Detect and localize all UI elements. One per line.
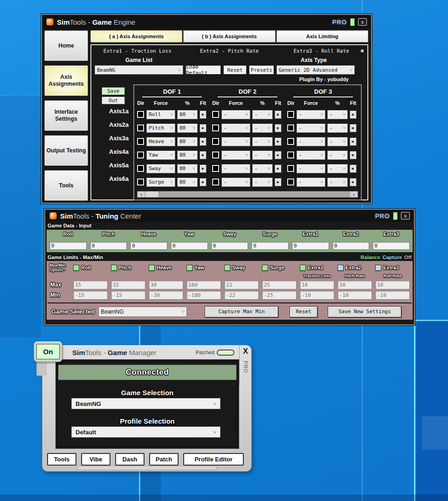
dir-checkbox[interactable]: [212, 138, 219, 145]
dir-checkbox[interactable]: [212, 111, 219, 118]
max-input[interactable]: 15: [73, 281, 108, 289]
tab-b-axis-assignments[interactable]: ( b ) Axis Assignments: [183, 30, 275, 42]
force-select[interactable]: Sway: [146, 164, 175, 173]
filter-button[interactable]: [200, 110, 207, 119]
sidebar-item-interface-settings[interactable]: Interface Settings: [44, 100, 88, 131]
close-button[interactable]: x: [358, 18, 367, 26]
yaw-checkbox[interactable]: [186, 265, 193, 271]
capture-status[interactable]: Capture: [383, 254, 402, 260]
scroll-right-arrow-icon[interactable]: [350, 192, 358, 197]
filter-button[interactable]: [275, 137, 282, 146]
dir-checkbox[interactable]: [137, 165, 144, 172]
extra3-checkbox[interactable]: [375, 265, 381, 271]
filter-button[interactable]: [350, 137, 357, 146]
percent-select[interactable]: 80: [177, 110, 198, 119]
dir-checkbox[interactable]: [137, 138, 144, 145]
game-manager-titlebar[interactable]: SimTools - Game Manager Patched: [42, 345, 251, 359]
force-select[interactable]: -: [296, 110, 325, 119]
game-input-value[interactable]: 0: [332, 242, 370, 250]
on-button[interactable]: On: [36, 344, 60, 359]
dash-button[interactable]: Dash: [115, 453, 145, 466]
scrollbar-track[interactable]: [159, 192, 350, 197]
max-input[interactable]: 22: [224, 281, 259, 289]
filter-button[interactable]: [350, 151, 357, 159]
min-input[interactable]: -10: [300, 291, 334, 300]
off-status[interactable]: Off: [404, 254, 412, 260]
sway-checkbox[interactable]: [224, 265, 230, 271]
sidebar-item-tools[interactable]: Tools: [44, 170, 88, 201]
presets-button[interactable]: Presets: [249, 65, 274, 75]
save-button[interactable]: Save: [102, 87, 125, 95]
heave-checkbox[interactable]: [149, 265, 155, 271]
vibe-button[interactable]: Vibe: [81, 453, 110, 466]
percent-select[interactable]: -: [327, 110, 348, 119]
game-input-value[interactable]: 0: [90, 242, 127, 250]
min-input[interactable]: -10: [375, 291, 410, 300]
dir-checkbox[interactable]: [287, 151, 294, 158]
dir-checkbox[interactable]: [212, 151, 219, 158]
filter-button[interactable]: [200, 137, 207, 146]
reset-button[interactable]: Reset: [289, 306, 317, 317]
tools-button[interactable]: Tools: [47, 453, 76, 466]
force-select[interactable]: -: [221, 124, 250, 133]
game-input-value[interactable]: 0: [372, 242, 410, 250]
dir-checkbox[interactable]: [212, 165, 219, 172]
max-input[interactable]: 10: [338, 281, 372, 289]
filter-button[interactable]: [275, 110, 282, 119]
force-select[interactable]: Surge: [146, 178, 175, 187]
max-input[interactable]: 15: [111, 281, 145, 289]
filter-button[interactable]: [275, 165, 282, 173]
capture-max-min-button[interactable]: Capture Max Min: [205, 306, 278, 317]
filter-button[interactable]: [200, 165, 207, 173]
axis-type-select[interactable]: Generic 2D Advanced: [276, 65, 355, 75]
min-input[interactable]: -25: [262, 291, 296, 300]
sidebar-item-home[interactable]: Home: [44, 30, 88, 61]
game-selected-select[interactable]: BeamNG: [98, 307, 187, 317]
filter-button[interactable]: [275, 124, 282, 132]
dir-checkbox[interactable]: [287, 178, 294, 185]
filter-button[interactable]: [350, 110, 357, 119]
dir-checkbox[interactable]: [287, 138, 294, 145]
horizontal-scrollbar[interactable]: [137, 191, 358, 198]
dir-checkbox[interactable]: [287, 111, 294, 118]
filter-button[interactable]: [275, 178, 282, 186]
dir-checkbox[interactable]: [137, 111, 144, 118]
min-input[interactable]: -15: [111, 291, 145, 300]
max-input[interactable]: 10: [375, 281, 410, 289]
out-button[interactable]: Out: [102, 96, 125, 104]
force-select[interactable]: Yaw: [146, 151, 175, 160]
reset-button[interactable]: Reset: [223, 65, 247, 75]
roll-checkbox[interactable]: [73, 265, 79, 271]
force-select[interactable]: -: [296, 151, 325, 160]
force-select[interactable]: Heave: [146, 137, 175, 146]
game-input-value[interactable]: 0: [251, 242, 289, 250]
balance-status[interactable]: Balance: [360, 254, 380, 260]
percent-select[interactable]: -: [252, 164, 273, 173]
game-list-select[interactable]: BeamNG: [95, 65, 183, 75]
extra2-checkbox[interactable]: [338, 265, 344, 271]
percent-select[interactable]: -: [327, 164, 348, 173]
force-select[interactable]: Roll: [146, 110, 175, 119]
force-select[interactable]: Pitch: [146, 124, 175, 133]
percent-select[interactable]: 80: [177, 151, 198, 160]
percent-select[interactable]: -: [327, 137, 348, 146]
percent-select[interactable]: -: [252, 151, 273, 160]
game-input-value[interactable]: 0: [49, 242, 87, 250]
dir-checkbox[interactable]: [287, 124, 294, 131]
save-new-settings-button[interactable]: Save New Settings: [328, 306, 401, 317]
percent-select[interactable]: -: [327, 178, 348, 187]
sidebar-item-axis-assignments[interactable]: Axis Assignments: [44, 65, 88, 96]
surge-checkbox[interactable]: [262, 265, 268, 271]
filter-button[interactable]: [275, 151, 282, 159]
min-input[interactable]: -180: [186, 291, 221, 300]
force-select[interactable]: -: [221, 151, 250, 160]
percent-select[interactable]: 80: [177, 178, 198, 187]
dir-checkbox[interactable]: [137, 151, 144, 158]
pitch-checkbox[interactable]: [111, 265, 117, 271]
scroll-left-arrow-icon[interactable]: [138, 192, 145, 197]
filter-button[interactable]: [350, 124, 357, 132]
max-input[interactable]: 10: [300, 281, 334, 289]
max-input[interactable]: 30: [149, 281, 183, 289]
percent-select[interactable]: -: [327, 151, 348, 160]
percent-select[interactable]: -: [327, 124, 348, 133]
